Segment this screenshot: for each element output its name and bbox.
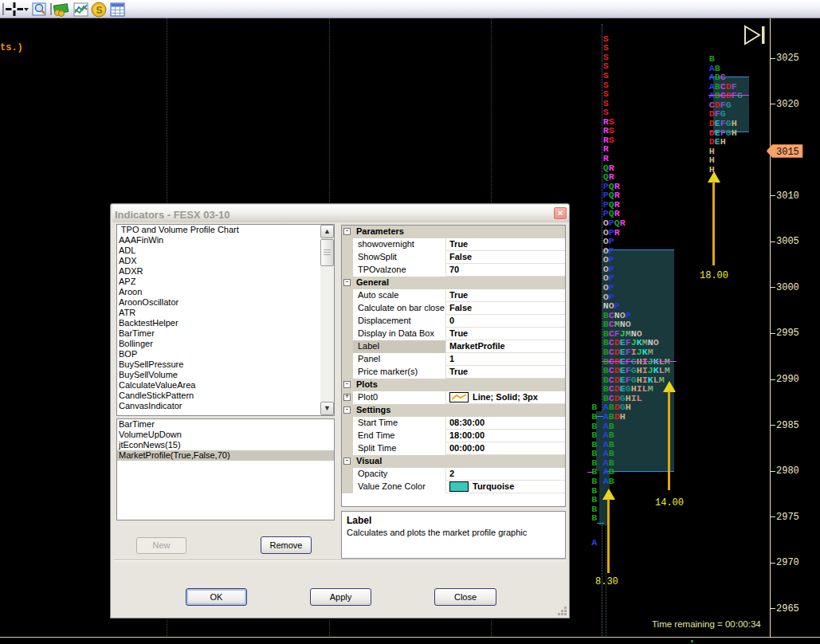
svg-text:S: S xyxy=(96,5,103,16)
svg-text:3015: 3015 xyxy=(776,147,799,158)
